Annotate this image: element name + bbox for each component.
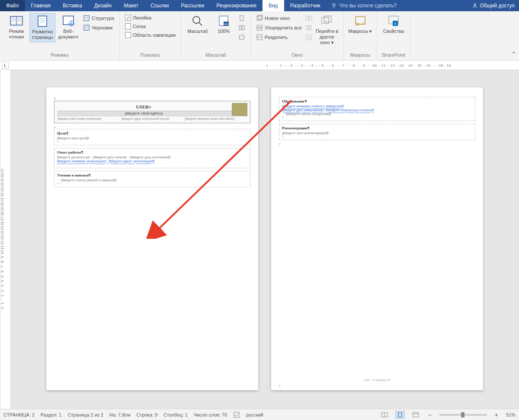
skills-text: → [Введите список умений и навыков]¶ xyxy=(57,178,247,182)
group-sharepoint: S Свойства SharePoint xyxy=(377,11,410,60)
arrange-all-button[interactable]: Упорядочить все xyxy=(256,23,302,32)
references-block: Рекомендации¶ [Введите свои рекомендации… xyxy=(279,124,475,140)
status-word-count[interactable]: Число слов: 70 xyxy=(194,412,227,417)
collapse-ribbon-button[interactable]: ⌃ xyxy=(511,51,516,58)
page-width-icon xyxy=(238,34,245,41)
arrange-all-icon xyxy=(256,24,263,31)
header-photo-placeholder xyxy=(232,103,247,116)
status-page[interactable]: СТРАНИЦА: 2 xyxy=(3,412,35,417)
split-button[interactable]: Разделить xyxy=(256,33,302,42)
page-2[interactable]: Образование¶ [Введите название учебного … xyxy=(271,87,483,390)
svg-point-1 xyxy=(474,4,476,5)
ruler-checkbox[interactable]: ✓Линейка xyxy=(125,14,176,22)
tab-references[interactable]: Ссылки xyxy=(144,0,175,11)
svg-text:100: 100 xyxy=(224,23,229,26)
group-window: Новое окно Упорядочить все Разделить Пер… xyxy=(251,11,344,60)
tab-layout[interactable]: Макет xyxy=(118,0,144,11)
tab-review[interactable]: Рецензирование xyxy=(210,0,263,11)
page-1[interactable]: ¶ USER¤ [ВВЕДИТЕ СВОЙ АДРЕС]¤ [Введите с… xyxy=(46,87,258,390)
read-mode-view-button[interactable] xyxy=(380,411,389,419)
print-layout-view-button[interactable] xyxy=(395,411,405,419)
svg-rect-42 xyxy=(322,17,329,23)
group-macros-label: Макросы xyxy=(347,51,373,59)
draft-button[interactable]: Черновик xyxy=(83,23,114,32)
switch-windows-label-1: Перейти в xyxy=(316,29,339,34)
skills-block: Умения и навыки¶ → [Введите список умени… xyxy=(54,171,250,187)
spellcheck-icon[interactable] xyxy=(233,411,240,418)
share-label: Общий доступ xyxy=(480,3,515,9)
lightbulb-icon xyxy=(331,3,337,9)
properties-label: Свойства xyxy=(383,29,404,34)
side-by-side-button[interactable] xyxy=(305,14,312,22)
references-heading: Рекомендации¶ xyxy=(282,126,472,130)
gridlines-checkbox[interactable]: Сетка xyxy=(125,22,176,30)
web-layout-button[interactable]: Веб-документ xyxy=(55,13,81,42)
website-placeholder: [Введите название своего веб-сайта]¤ xyxy=(184,116,247,121)
multi-page-icon xyxy=(238,24,245,31)
macros-button[interactable]: Макросы ▾ xyxy=(347,13,373,36)
group-show-label: Показать xyxy=(123,51,177,59)
page-footer: user · Страница 2¶ xyxy=(271,378,483,382)
ruler-scale: · 1 · · · · 1 · · · 2 · · · 3 · · · 4 · … xyxy=(264,61,480,69)
tab-design[interactable]: Дизайн xyxy=(88,0,118,11)
sync-scroll-button[interactable] xyxy=(305,23,312,32)
resume-title: USER¤ xyxy=(57,103,247,111)
properties-button[interactable]: S Свойства xyxy=(381,13,407,36)
svg-rect-27 xyxy=(239,26,241,30)
nav-pane-label: Область навигации xyxy=(133,32,176,38)
zoom-out-button[interactable]: − xyxy=(426,411,433,418)
tab-selector[interactable]: L xyxy=(2,62,9,69)
status-section[interactable]: Раздел: 1 xyxy=(41,412,62,417)
svg-rect-37 xyxy=(309,16,312,20)
tab-developer[interactable]: Разработчик xyxy=(284,0,327,11)
horizontal-ruler[interactable]: L · 1 · · · · 1 · · · 2 · · · 3 · · · 4 … xyxy=(0,61,519,70)
share-icon xyxy=(472,3,478,9)
zoom-100-button[interactable]: 100 100% xyxy=(211,13,237,36)
switch-windows-icon xyxy=(320,15,334,27)
header-block: USER¤ [ВВЕДИТЕ СВОЙ АДРЕС]¤ [Введите сво… xyxy=(54,101,250,123)
svg-rect-43 xyxy=(324,16,331,22)
reset-window-button[interactable] xyxy=(305,33,312,42)
svg-rect-50 xyxy=(234,412,239,417)
svg-rect-26 xyxy=(240,16,243,21)
tab-view[interactable]: Вид xyxy=(263,0,284,11)
svg-rect-38 xyxy=(306,26,308,30)
education-line2: [Введите дату завершения] · [Введите пол… xyxy=(282,108,472,112)
group-views-label: Режимы xyxy=(3,51,116,59)
zoom-in-button[interactable]: + xyxy=(493,411,500,418)
status-line[interactable]: Строка: 9 xyxy=(136,412,157,417)
web-layout-view-button[interactable] xyxy=(411,411,420,419)
zoom-100-label: 100% xyxy=(218,29,230,34)
tell-me-search[interactable]: Что вы хотите сделать? xyxy=(327,0,468,11)
education-line3: → [Введите список поощрений]¶ xyxy=(282,112,472,116)
print-layout-button[interactable]: Разметка страницы xyxy=(29,13,55,42)
tab-home[interactable]: Главная xyxy=(25,0,57,11)
new-window-button[interactable]: Новое окно xyxy=(256,14,302,22)
vertical-ruler[interactable]: · 2 · 1 · · 1 · 2 · 3 · 4 · 5 · 6 · 7 · … xyxy=(0,70,10,409)
macros-label: Макросы ▾ xyxy=(348,29,372,34)
tab-file[interactable]: Файл xyxy=(0,0,25,11)
side-by-side-icon xyxy=(305,15,312,22)
zoom-slider[interactable] xyxy=(439,414,487,416)
zoom-slider-thumb[interactable] xyxy=(461,412,465,417)
pages-container[interactable]: ¶ USER¤ [ВВЕДИТЕ СВОЙ АДРЕС]¤ [Введите с… xyxy=(10,70,519,409)
tab-insert[interactable]: Вставка xyxy=(57,0,88,11)
outline-button[interactable]: Структура xyxy=(83,14,114,22)
share-button[interactable]: Общий доступ xyxy=(468,0,519,11)
switch-windows-button[interactable]: Перейти в другое окно ▾ xyxy=(314,13,340,48)
multi-page-button[interactable] xyxy=(238,23,245,32)
status-column[interactable]: Столбец: 1 xyxy=(163,412,188,417)
tab-mailings[interactable]: Рассылки xyxy=(175,0,210,11)
read-mode-button[interactable]: Режим чтения xyxy=(3,13,29,42)
one-page-button[interactable] xyxy=(238,14,245,22)
page-width-button[interactable] xyxy=(238,33,245,42)
nav-pane-checkbox[interactable]: Область навигации xyxy=(125,31,176,39)
read-mode-label: Режим чтения xyxy=(4,29,29,40)
status-pageof[interactable]: Страница 2 из 2 xyxy=(67,412,103,417)
education-line1: [Введите название учебного заведения]¶ xyxy=(282,104,472,108)
zoom-button[interactable]: Масштаб xyxy=(185,13,211,36)
status-position[interactable]: На: 7,8см xyxy=(109,412,131,417)
status-language[interactable]: русский xyxy=(246,412,263,417)
zoom-percent[interactable]: 51% xyxy=(506,412,516,417)
address-placeholder: [ВВЕДИТЕ СВОЙ АДРЕС]¤ xyxy=(57,111,247,116)
